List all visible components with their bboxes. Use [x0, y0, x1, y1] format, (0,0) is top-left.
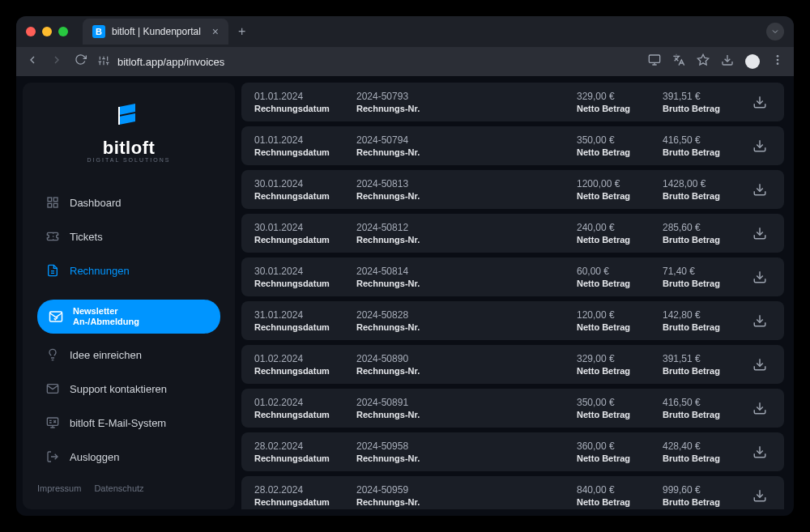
invoice-date-label: Rechnungsdatum	[254, 104, 343, 113]
minimize-window-button[interactable]	[42, 27, 52, 36]
profile-avatar[interactable]	[745, 54, 760, 69]
invoice-date-col: 30.01.2024Rechnungsdatum	[254, 178, 343, 201]
invoice-brutto-label: Brutto Betrag	[663, 104, 735, 113]
invoice-number: 2024-50828	[356, 309, 564, 321]
invoice-number-label: Rechnungs-Nr.	[356, 104, 564, 113]
invoice-date: 28.02.2024	[254, 440, 343, 452]
nav-primary: DashboardTicketsRechnungen	[37, 187, 220, 286]
invoice-number-col: 2024-50812Rechnungs-Nr.	[356, 222, 564, 245]
download-invoice-button[interactable]	[748, 178, 771, 201]
site-settings-icon[interactable]	[98, 55, 109, 69]
invoice-brutto: 391,51 €	[663, 91, 735, 102]
url-field[interactable]: bitloft.app/app/invoices	[98, 55, 637, 69]
logo-tagline: DIGITAL SOLUTIONS	[87, 157, 171, 163]
download-invoice-button[interactable]	[748, 222, 771, 245]
invoice-brutto-label: Brutto Betrag	[663, 322, 735, 332]
svg-rect-18	[53, 198, 58, 202]
invoice-number: 2024-50794	[356, 134, 564, 146]
invoice-row: 30.01.2024Rechnungsdatum2024-50814Rechnu…	[241, 257, 784, 296]
forward-button[interactable]	[50, 53, 63, 70]
close-window-button[interactable]	[26, 27, 36, 36]
invoice-netto-label: Netto Betrag	[577, 191, 650, 201]
invoice-number: 2024-50793	[356, 91, 564, 102]
invoice-number-label: Rechnungs-Nr.	[356, 235, 564, 245]
invoice-netto-label: Netto Betrag	[577, 453, 650, 463]
impressum-link[interactable]: Impressum	[37, 483, 81, 493]
invoice-number: 2024-50812	[356, 222, 564, 233]
invoice-netto-label: Netto Betrag	[577, 235, 650, 245]
invoice-number: 2024-50813	[356, 178, 564, 189]
invoice-brutto: 416,50 €	[663, 134, 735, 146]
invoice-number-label: Rechnungs-Nr.	[356, 147, 564, 157]
translate-icon[interactable]	[672, 53, 685, 70]
invoice-number-col: 2024-50794Rechnungs-Nr.	[356, 134, 564, 157]
svg-rect-20	[48, 203, 52, 207]
ticket-icon	[45, 229, 60, 244]
download-icon[interactable]	[721, 53, 734, 70]
sidebar-item-idee-einreichen[interactable]: Idee einreichen	[37, 339, 220, 370]
svg-marker-12	[697, 54, 708, 65]
reload-button[interactable]	[75, 53, 87, 70]
sidebar-item-label: Rechnungen	[70, 265, 130, 277]
sidebar-item-label: Ausloggen	[70, 451, 119, 463]
main-content: 01.01.2024Rechnungsdatum2024-50793Rechnu…	[241, 83, 787, 509]
invoice-netto-col: 120,00 €Netto Betrag	[577, 309, 650, 332]
invoice-number: 2024-50890	[356, 353, 564, 364]
sidebar-item-newsletter[interactable]: Newsletter An-/Abmeldung	[37, 300, 220, 334]
invoice-date-col: 01.02.2024Rechnungsdatum	[254, 397, 343, 419]
new-tab-button[interactable]: +	[238, 24, 245, 39]
invoice-brutto: 142,80 €	[663, 309, 735, 321]
back-button[interactable]	[26, 53, 39, 70]
invoice-date-label: Rechnungsdatum	[254, 366, 343, 376]
invoice-date-label: Rechnungsdatum	[254, 497, 343, 507]
sidebar-item-rechnungen[interactable]: Rechnungen	[37, 255, 220, 286]
download-invoice-button[interactable]	[748, 266, 771, 288]
menu-icon[interactable]	[771, 53, 784, 70]
invoice-row: 30.01.2024Rechnungsdatum2024-50812Rechnu…	[241, 214, 784, 253]
invoice-netto-label: Netto Betrag	[577, 104, 650, 113]
bookmark-icon[interactable]	[697, 53, 710, 70]
download-invoice-button[interactable]	[748, 484, 771, 507]
invoice-brutto: 416,50 €	[663, 397, 735, 408]
invoice-number-label: Rechnungs-Nr.	[356, 366, 564, 376]
download-invoice-button[interactable]	[748, 309, 771, 332]
sidebar-item-support-kontaktieren[interactable]: Support kontaktieren	[37, 373, 220, 404]
download-invoice-button[interactable]	[748, 397, 771, 419]
close-tab-button[interactable]: ×	[212, 25, 219, 38]
sidebar-item-label: Tickets	[70, 231, 103, 243]
invoice-number-label: Rechnungs-Nr.	[356, 322, 564, 332]
download-invoice-button[interactable]	[748, 91, 771, 113]
invoice-netto: 329,00 €	[577, 353, 650, 364]
mail-icon	[45, 381, 60, 396]
invoice-date-label: Rechnungsdatum	[254, 453, 343, 463]
download-invoice-button[interactable]	[748, 353, 771, 376]
maximize-window-button[interactable]	[58, 27, 68, 36]
invoice-number-label: Rechnungs-Nr.	[356, 453, 564, 463]
invoice-date: 01.01.2024	[254, 91, 343, 102]
sidebar-item-label: bitloft E-Mail-System	[70, 417, 166, 429]
invoice-number-col: 2024-50891Rechnungs-Nr.	[356, 397, 564, 419]
invoice-netto-col: 350,00 €Netto Betrag	[577, 397, 650, 419]
invoice-date-col: 01.01.2024Rechnungsdatum	[254, 134, 343, 157]
invoice-netto-col: 329,00 €Netto Betrag	[577, 353, 650, 376]
svg-point-15	[777, 59, 779, 62]
browser-tab[interactable]: B bitloft | Kundenportal ×	[83, 19, 228, 45]
download-invoice-button[interactable]	[748, 440, 771, 463]
invoice-brutto-label: Brutto Betrag	[663, 191, 735, 201]
invoice-row: 01.02.2024Rechnungsdatum2024-50890Rechnu…	[241, 345, 784, 384]
tabs-dropdown-button[interactable]	[766, 23, 784, 40]
sidebar-item-label: Newsletter An-/Abmeldung	[73, 306, 139, 327]
sidebar-item-bitloft-e-mail-system[interactable]: bitloft E-Mail-System	[37, 407, 220, 438]
sidebar-item-label: Idee einreichen	[70, 349, 142, 361]
invoice-brutto-col: 142,80 €Brutto Betrag	[663, 309, 735, 332]
download-invoice-button[interactable]	[748, 134, 771, 157]
install-app-icon[interactable]	[648, 53, 661, 70]
sidebar-item-dashboard[interactable]: Dashboard	[37, 187, 220, 218]
datenschutz-link[interactable]: Datenschutz	[94, 483, 143, 493]
invoice-icon	[45, 263, 60, 278]
invoice-netto-col: 360,00 €Netto Betrag	[577, 440, 650, 463]
sidebar-item-ausloggen[interactable]: Ausloggen	[37, 441, 220, 472]
invoice-number-col: 2024-50793Rechnungs-Nr.	[356, 91, 564, 113]
sidebar-item-tickets[interactable]: Tickets	[37, 221, 220, 252]
invoice-netto: 1200,00 €	[577, 178, 650, 189]
